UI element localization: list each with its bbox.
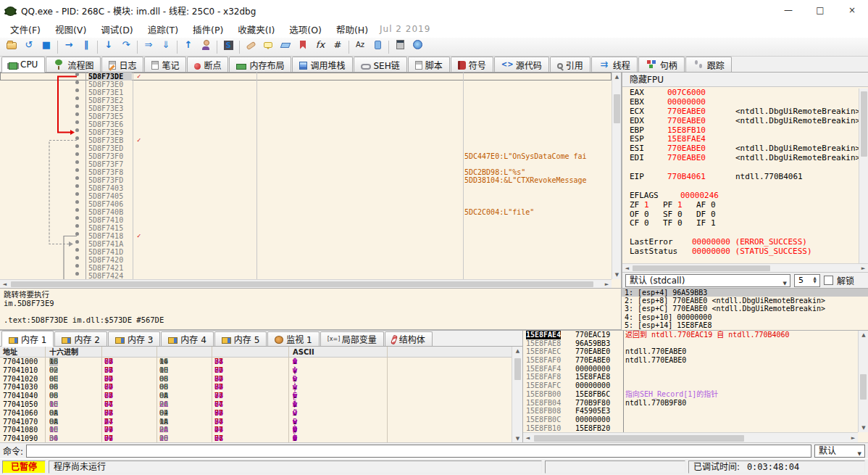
disassembly-row[interactable]: 5D8F741A8B45 08mov eax,dword ptr ss:[ebp… [0,240,612,248]
scroll-thumb[interactable] [860,374,867,400]
menu-item-2[interactable]: 调试(D) [93,20,140,38]
scroll-down-arrow[interactable]: ▼ [859,424,868,432]
hide-fpu-toggle[interactable]: 隐藏FPU [622,73,868,87]
dump-row[interactable]: 7704106008 00 0A 00D8 8B 04 7702 00 04 0… [0,409,512,418]
command-input[interactable] [26,445,811,458]
dump-vertical-scrollbar[interactable]: ▲ ▼ [512,347,522,443]
stack-row[interactable]: 15E8FAF0770EABE0ntdll.770EABE0 [523,356,868,365]
disassembly-row[interactable]: 5D8F7418✓EB 4Fjmp im.5D8F7469 [0,232,612,240]
register-line[interactable] [630,257,859,263]
scroll-thumb[interactable] [614,94,620,123]
disassembly-row[interactable]: 5D8F73E6FF51 78call dword ptr ds:[ecx+78… [0,120,612,128]
stack-row[interactable]: 15E8FB0C00000000 [523,416,868,424]
breakpoint-dot[interactable] [75,144,79,148]
stack-row[interactable]: 15E8FAE4770EAC19返回到 ntdll.770EAC19 自 ntd… [523,331,868,339]
run-to-user-code-button[interactable] [197,39,214,55]
argument-row[interactable]: 2: [esp+8] 770EABE0 <ntdll.DbgUiRemoteBr… [622,297,868,305]
tab-dump-4[interactable]: 内存 4 [161,331,213,346]
tab-dump-2[interactable]: 内存 2 [54,331,107,346]
stack-row[interactable]: 15E8FB0015E8FB6C指向SEH_Record[1]的指针 [523,390,868,399]
register-line[interactable]: EBP15E8FB10 [630,126,859,136]
hash-button[interactable]: # [329,39,346,55]
breakpoint-dot[interactable] [75,248,79,252]
disassembly-row[interactable]: 5D8F740B68 04C0C25Dpush im.5DC2C0045DC2C… [0,208,612,216]
scroll-down-arrow[interactable]: ▼ [612,270,622,279]
tab-log[interactable]: 日志 [101,57,143,72]
disassembly-row[interactable]: 5D8F73E290nop [0,96,612,104]
stack-row[interactable]: 15E8FB04770B9F80ntdll.770B9F80 [523,399,868,408]
patches-button[interactable] [242,39,259,55]
stack-row[interactable]: 15E8FB1015E8FB20 [523,424,868,433]
tab-dump-3[interactable]: 内存 3 [108,331,160,346]
scroll-up-arrow[interactable]: ▲ [859,331,868,339]
execute-till-return-button[interactable]: ↑ [180,39,197,55]
breakpoint-dot[interactable] [75,224,79,228]
dump-row[interactable]: 770410501C 00 1E 006C 84 04 772A 00 2C 0… [0,400,512,409]
scroll-right-arrow[interactable]: ► [848,433,858,442]
register-line[interactable]: EDI770EABE0<ntdll.DbgUiRemoteBreakin> [630,154,859,163]
stack-pane[interactable]: 15E8FAE4770EAC19返回到 ntdll.770EAC19 自 ntd… [523,331,868,443]
breakpoint-dot[interactable] [75,272,79,276]
disassembly-row[interactable]: 5D8F74036A 02push 2 [0,184,612,192]
disassembly-row[interactable]: 5D8F741583C4 1Cadd esp,1C [0,224,612,232]
breakpoint-dot[interactable] [75,184,79,188]
argument-row[interactable]: 5: [esp+14] 15E8FAE8 [622,321,868,329]
registers-horizontal-scrollbar[interactable]: ◄ ► [622,263,868,272]
unlock-checkbox[interactable] [824,276,833,285]
dump-row[interactable]: 7704104006 00 08 00C8 8D 04 7708 00 0A 0… [0,392,512,400]
arguments-pane[interactable]: 1: [esp+4] 96A59BB32: [esp+8] 770EABE0 <… [622,288,868,330]
breakpoint-dot[interactable] [75,168,79,172]
breakpoint-dot[interactable] [75,192,79,196]
dump-row[interactable]: 7704107008 00 0A 00A4 D7 04 7718 00 1A 0… [0,418,512,426]
stack-row[interactable]: 15E8FAFC00000000 [523,381,868,390]
disassembly-row[interactable]: 5D8F73E985C0test eax,eax [0,128,612,136]
trace-over-button[interactable]: ⇓ [157,39,175,55]
restart-button[interactable]: ↺ [20,39,38,55]
disassembly-row[interactable]: 5D8F740556push esi [0,192,612,200]
menu-item-1[interactable]: 视图(V) [48,20,93,38]
tab-source[interactable]: <>源代码 [494,57,549,72]
tab-struct[interactable]: 结构体 [385,331,433,346]
disassembly-row[interactable]: 5D8F73E38B08mov ecx,dword ptr ds:[eax] [0,104,612,112]
tab-symbols[interactable]: 符号 [451,57,493,72]
register-line[interactable]: EDX770EABE0<ntdll.DbgUiRemoteBreakin> [630,117,859,126]
minimize-button[interactable]: — [772,0,804,20]
disassembly-row[interactable]: 5D8F73F750push eax [0,160,612,168]
calculator-button[interactable] [391,39,409,55]
dump-row[interactable]: 7704101000 00 02 0080 5B 04 770E 00 10 0… [0,366,512,375]
breakpoint-dot[interactable] [75,73,79,76]
labels-button[interactable] [277,39,294,55]
tab-watch-1[interactable]: 监视 1 [267,331,319,346]
tab-memory-map[interactable]: 内存布局 [229,57,291,72]
tab-references[interactable]: 引用 [550,57,591,72]
scroll-thumb[interactable] [861,91,867,157]
tab-seh[interactable]: SEH链 [354,57,407,72]
argument-count-stepper[interactable]: 5 [794,274,820,287]
menu-item-3[interactable]: 追踪(T) [141,20,185,38]
disassembly-row[interactable]: 5D8F73F868 98BDC25Dpush im.5DC2BD985DC2B… [0,168,612,176]
disassembly-pane[interactable]: 5D8F73DE✓EB 09jmp im.5D8F73E95D8F73E090n… [0,73,622,288]
scroll-thumb[interactable] [534,435,744,442]
argument-row[interactable]: 1: [esp+4] 96A59BB3 [622,289,868,297]
disassembly-row[interactable]: 5D8F741D8D55 F0lea edx,dword ptr ss:[ebp… [0,248,612,256]
stack-row[interactable]: 15E8FAF815E8FAE8 [523,373,868,381]
scroll-up-arrow[interactable]: ▲ [612,73,622,81]
breakpoint-dot[interactable] [75,120,79,124]
disassembly-row[interactable]: 5D8F73FDFF35 0481D35Dpush dword ptr ds:[… [0,176,612,184]
dump-row[interactable]: 770410200C 00 0E 00D0 8D 04 7706 00 08 0… [0,375,512,384]
open-file-button[interactable] [3,39,20,55]
disassembly-row[interactable]: 5D8F7421FF75 ECpush dword ptr ss:[ebp-14… [0,264,612,272]
breakpoint-dot[interactable] [75,216,79,220]
breakpoint-dot[interactable] [75,200,79,204]
breakpoint-dot[interactable] [75,240,79,244]
breakpoint-dot[interactable] [75,80,79,84]
register-line[interactable]: CF 0TF 0IF 1 [630,219,859,228]
disassembly-row[interactable]: 5D8F73DE✓EB 09jmp im.5D8F73E9 [0,73,612,80]
tab-notes[interactable]: 笔记 [144,57,186,72]
tab-threads[interactable]: ⇉线程 [591,57,638,72]
argument-row[interactable]: 4: [esp+10] 00000000 [622,313,868,321]
tab-script[interactable]: 脚本 [408,57,450,72]
disassembly-row[interactable]: 5D8F73F0C745 0C E047C45Dmov dword ptr ss… [0,152,612,160]
internet-button[interactable] [409,39,426,55]
tab-call-stack[interactable]: 调用堆栈 [292,57,352,72]
